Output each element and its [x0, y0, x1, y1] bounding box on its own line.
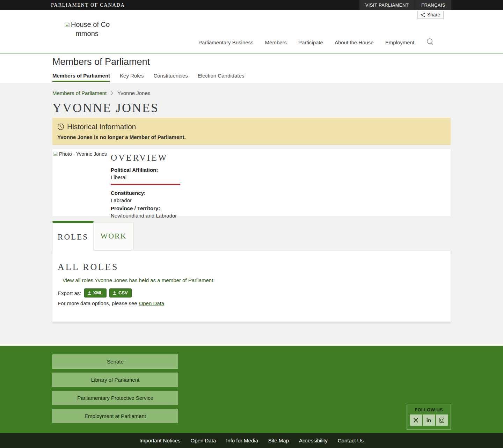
- broken-image-icon: [64, 20, 71, 29]
- breadcrumb-members-of-parliament[interactable]: Members of Parliament: [52, 90, 107, 96]
- top-bar: PARLIAMENT OF CANADA VISIT PARLIAMENT FR…: [0, 0, 503, 10]
- clock-icon: [57, 123, 64, 130]
- nav-members[interactable]: Members: [265, 39, 287, 45]
- follow-us-title: FOLLOW US: [407, 407, 451, 412]
- x-twitter-button[interactable]: [410, 414, 422, 426]
- follow-us-box: FOLLOW US in: [407, 404, 451, 430]
- export-xml-label: XML: [93, 290, 103, 295]
- main-navigation: Parliamentary Business Members Participa…: [198, 38, 434, 47]
- export-xml-button[interactable]: XML: [84, 288, 107, 298]
- link-info-for-media[interactable]: Info for Media: [224, 438, 260, 443]
- all-roles-heading: ALL ROLES: [58, 262, 451, 272]
- footer-employment-at-parliament-button[interactable]: Employment at Parliament: [52, 409, 178, 423]
- nav-participate[interactable]: Participate: [298, 39, 323, 45]
- nav-about-the-house[interactable]: About the House: [335, 39, 374, 45]
- export-csv-button[interactable]: CSV: [109, 288, 132, 298]
- tab-roles[interactable]: ROLES: [52, 221, 94, 251]
- broken-image-icon: [53, 151, 58, 157]
- link-accessibility[interactable]: Accessibility: [297, 438, 329, 443]
- visit-parliament-button[interactable]: VISIT PARLIAMENT: [359, 0, 415, 10]
- tab-election-candidates[interactable]: Election Candidates: [198, 73, 244, 82]
- province-territory-label: Province / Territory:: [111, 205, 451, 211]
- instagram-icon: [439, 417, 445, 423]
- export-csv-label: CSV: [118, 290, 128, 295]
- political-affiliation-value: Liberal: [111, 174, 451, 180]
- member-photo-placeholder: Photo - Yvonne Jones: [53, 151, 107, 157]
- download-icon: [112, 291, 117, 295]
- site-header: Share House of Commons Parliamentary Bus…: [0, 10, 503, 53]
- link-open-data[interactable]: Open Data: [189, 438, 218, 443]
- download-icon: [87, 291, 92, 295]
- alert-message: Yvonne Jones is no longer a Member of Pa…: [57, 134, 446, 140]
- page-title: YVONNE JONES: [52, 102, 451, 115]
- breadcrumb: Members of Parliament Yvonne Jones: [52, 90, 451, 96]
- view-all-roles-link[interactable]: View all roles Yvonne Jones has held as …: [63, 277, 215, 283]
- search-icon[interactable]: [426, 38, 434, 47]
- top-bar-buttons: VISIT PARLIAMENT FRANÇAIS: [359, 0, 451, 10]
- province-territory-value: Newfoundland and Labrador: [111, 213, 451, 219]
- share-icon: [420, 12, 425, 17]
- breadcrumb-current: Yvonne Jones: [117, 90, 150, 96]
- historical-information-alert: Historical Information Yvonne Jones is n…: [52, 118, 451, 145]
- alert-title: Historical Information: [67, 123, 136, 131]
- export-row: Export as: XML CSV: [58, 288, 451, 298]
- share-button[interactable]: Share: [417, 11, 444, 19]
- language-toggle-button[interactable]: FRANÇAIS: [415, 0, 451, 10]
- linkedin-icon: in: [427, 417, 431, 423]
- footer-library-of-parliament-button[interactable]: Library of Parliament: [52, 373, 178, 387]
- overview-card: Photo - Yvonne Jones OVERVIEW Political …: [52, 149, 451, 216]
- overview-heading: OVERVIEW: [111, 153, 451, 163]
- nav-parliamentary-business[interactable]: Parliamentary Business: [198, 39, 254, 45]
- instagram-button[interactable]: [436, 414, 448, 426]
- social-icons-row: in: [407, 414, 451, 426]
- linkedin-button[interactable]: in: [423, 414, 435, 426]
- link-site-map[interactable]: Site Map: [267, 438, 291, 443]
- share-button-label: Share: [427, 12, 440, 17]
- logo-alt-text: House of Commons: [71, 21, 110, 37]
- tab-work[interactable]: WORK: [94, 222, 133, 250]
- chevron-right-icon: [110, 91, 114, 95]
- photo-alt-text: Photo - Yvonne Jones: [59, 151, 107, 157]
- more-data-row: For more data options, please seeOpen Da…: [58, 300, 451, 306]
- roles-panel: ALL ROLES View all roles Yvonne Jones ha…: [52, 251, 451, 322]
- more-data-text: For more data options, please see: [58, 300, 137, 306]
- content-tabs: ROLES WORK: [52, 221, 451, 251]
- alert-header: Historical Information: [57, 123, 446, 131]
- political-affiliation-label: Political Affiliation:: [111, 167, 451, 173]
- section-title: Members of Parliament: [52, 57, 503, 67]
- site-footer: Senate Library of Parliament Parliamenta…: [0, 344, 503, 433]
- export-as-label: Export as:: [58, 290, 81, 296]
- nav-employment[interactable]: Employment: [385, 39, 414, 45]
- section-tabs: Members of Parliament Key Roles Constitu…: [52, 73, 503, 82]
- tab-constituencies[interactable]: Constituencies: [153, 73, 188, 82]
- constituency-value: Labrador: [111, 197, 451, 203]
- main-content: Members of Parliament Yvonne Jones YVONN…: [0, 83, 503, 344]
- bottom-links-bar: Important Notices Open Data Info for Med…: [0, 433, 503, 448]
- party-color-underline: [111, 184, 180, 185]
- footer-senate-button[interactable]: Senate: [52, 354, 178, 369]
- link-important-notices[interactable]: Important Notices: [138, 438, 182, 443]
- house-of-commons-logo[interactable]: House of Commons: [62, 20, 112, 38]
- open-data-link[interactable]: Open Data: [139, 300, 165, 306]
- footer-parliamentary-protective-service-button[interactable]: Parliamentary Protective Service: [52, 391, 178, 405]
- link-contact-us[interactable]: Contact Us: [336, 438, 365, 443]
- overview-body: OVERVIEW Political Affiliation: Liberal …: [111, 149, 451, 219]
- tab-key-roles[interactable]: Key Roles: [120, 73, 144, 82]
- parliament-of-canada-link[interactable]: PARLIAMENT OF CANADA: [0, 0, 125, 10]
- x-icon: [413, 417, 419, 423]
- section-header: Members of Parliament Members of Parliam…: [0, 53, 503, 83]
- tab-members-of-parliament[interactable]: Members of Parliament: [52, 73, 110, 82]
- constituency-label: Constituency:: [111, 190, 451, 196]
